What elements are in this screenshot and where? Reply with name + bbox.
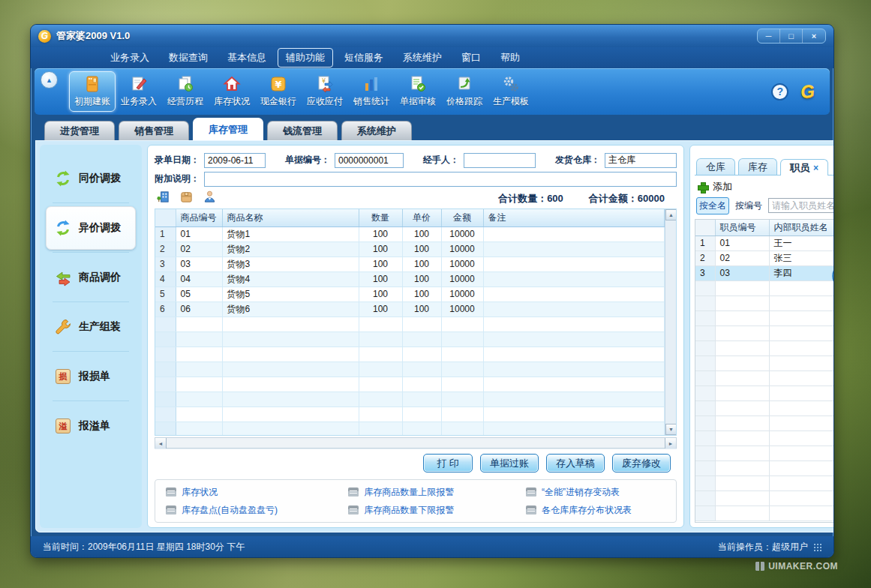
menu-item-basic-info[interactable]: 基本信息	[219, 48, 275, 68]
print-button[interactable]: 打 印	[423, 454, 473, 472]
filter-by-code[interactable]: 按编号	[733, 198, 764, 214]
link-stocktaking[interactable]: 库存盘点(自动盘盈盘亏)	[166, 504, 348, 517]
audit-icon	[408, 75, 428, 93]
toolbar-item-cash-bank[interactable]: ¥ 现金银行	[255, 71, 302, 112]
tab-system-maintenance[interactable]: 系统维护	[341, 121, 412, 140]
history-icon	[176, 75, 195, 93]
add-icon[interactable]	[698, 182, 707, 192]
report-icon	[166, 506, 176, 514]
warehouse-input[interactable]	[605, 153, 677, 168]
doc-no-input[interactable]	[335, 153, 404, 168]
close-icon[interactable]: ×	[803, 29, 825, 43]
toolbar-item-sales-stats[interactable]: 销售统计	[348, 71, 395, 112]
picker-tab-inventory[interactable]: 库存	[738, 158, 777, 175]
toolbar-item-price-tracking[interactable]: 价格跟踪	[441, 71, 488, 112]
menu-item-sms-service[interactable]: 短信服务	[336, 48, 392, 68]
sidebar-item-diff-price-transfer[interactable]: 异价调拨	[46, 206, 136, 250]
toolbar-item-document-audit[interactable]: 单据审核	[395, 71, 441, 112]
tab-inventory-management[interactable]: 库存管理	[193, 118, 263, 140]
sidebar-item-price-adjustment[interactable]: 商品调价	[46, 256, 136, 299]
sidebar-label: 生产组装	[79, 320, 121, 334]
table-row[interactable]: 101货物110010010000	[155, 226, 665, 242]
toolbar-label: 销售统计	[353, 95, 389, 108]
tab-purchase-management[interactable]: 进货管理	[44, 121, 115, 140]
report-icon	[348, 488, 359, 496]
status-current-operator: 当前操作员：超级用户	[718, 541, 808, 554]
sidebar-label: 报溢单	[79, 419, 110, 433]
tab-close-icon[interactable]: ×	[813, 163, 818, 173]
list-item[interactable]: 202张三	[695, 250, 834, 266]
menu-item-aux-functions[interactable]: 辅助功能	[278, 48, 333, 68]
menu-item-window[interactable]: 窗口	[453, 48, 489, 68]
table-row[interactable]: 303货物310010010000	[155, 256, 665, 272]
sidebar-item-production-assembly[interactable]: 生产组装	[46, 305, 136, 349]
sidebar-label: 商品调价	[79, 271, 121, 284]
save-draft-button[interactable]: 存入草稿	[546, 454, 605, 472]
scroll-down-icon[interactable]: ▼	[665, 424, 677, 435]
item-grid: 商品编号 商品名称 数量 单价 金额 备注 101货物110010010000	[155, 208, 677, 436]
table-row[interactable]: 505货物510010010000	[155, 286, 665, 302]
loss-stamp-icon: 损	[54, 368, 72, 386]
toolbar-item-receivable-payable[interactable]: ¥ 应收应付	[302, 71, 348, 112]
menu-item-data-query[interactable]: 数据查询	[161, 48, 216, 68]
list-item[interactable]: 101王一	[695, 236, 834, 250]
toolbar-item-inventory-status[interactable]: 库存状况	[209, 71, 255, 112]
toolbar-item-business-history[interactable]: 经营历程	[162, 71, 209, 112]
menu-item-business-entry[interactable]: 业务录入	[102, 48, 158, 68]
menu-item-system-maintenance[interactable]: 系统维护	[395, 48, 450, 68]
handler-input[interactable]	[464, 153, 536, 168]
filter-by-fullname[interactable]: 按全名	[696, 197, 729, 214]
collapse-toolbar-icon[interactable]: ▲	[41, 71, 58, 88]
add-label[interactable]: 添加	[713, 180, 732, 194]
tab-cashflow-management[interactable]: 钱流管理	[267, 121, 338, 140]
post-document-button[interactable]: 单据过账	[480, 454, 539, 472]
link-allpowerful-flow-report[interactable]: “全能”进销存变动表	[526, 486, 673, 499]
discard-changes-button[interactable]: 废弃修改	[612, 454, 671, 472]
minimize-icon[interactable]: ─	[758, 29, 780, 43]
resize-grip-icon[interactable]	[814, 544, 821, 551]
help-icon[interactable]: ?	[771, 83, 788, 100]
status-bar: 当前时间：2009年06月11日 星期四 18时30分 下午 当前操作员：超级用…	[31, 536, 833, 557]
sidebar-item-loss-report[interactable]: 损 报损单	[46, 355, 136, 398]
gears-icon	[501, 75, 521, 93]
pen-paper-icon	[129, 75, 149, 93]
toolbar-item-initial-setup[interactable]: 初期建账	[69, 71, 116, 112]
table-row[interactable]: 202货物210010010000	[155, 242, 665, 256]
warehouse-picker-icon[interactable]	[156, 190, 170, 207]
date-input[interactable]	[204, 153, 266, 168]
vertical-scrollbar[interactable]: ▲ ▼	[665, 209, 676, 435]
tab-sales-management[interactable]: 销售管理	[119, 121, 189, 140]
scroll-up-icon[interactable]: ▲	[665, 209, 677, 220]
scroll-right-icon[interactable]: ►	[665, 438, 676, 449]
sidebar-item-overflow-report[interactable]: 溢 报溢单	[46, 404, 136, 448]
link-warehouse-distribution-report[interactable]: 各仓库库存分布状况表	[526, 504, 673, 517]
picker-tab-staff[interactable]: 职员×	[780, 159, 828, 176]
scroll-left-icon[interactable]: ◄	[155, 438, 167, 449]
table-row[interactable]: 404货物410010010000	[155, 272, 665, 286]
goods-picker-icon[interactable]	[179, 190, 194, 207]
col-staff-name: 内部职员姓名	[769, 220, 834, 236]
brand-logo-icon: G	[800, 80, 815, 103]
list-item-selected[interactable]: 303李四	[695, 266, 834, 280]
sidebar-item-same-price-transfer[interactable]: 同价调拨	[46, 157, 136, 200]
horizontal-scrollbar[interactable]: ◄ ►	[155, 437, 677, 448]
staff-picker-icon[interactable]	[203, 190, 217, 207]
warehouse-label: 发货仓库：	[555, 154, 600, 166]
note-input[interactable]	[204, 172, 677, 187]
maximize-icon[interactable]: □	[780, 29, 803, 43]
toolbar-item-production-template[interactable]: 生产模板	[488, 71, 534, 112]
report-icon	[166, 488, 176, 496]
form-row-header: 录单日期： 单据编号： 经手人： 发货仓库：	[155, 151, 677, 170]
toolbar-label: 现金银行	[260, 95, 296, 108]
toolbar-item-business-entry[interactable]: 业务录入	[116, 71, 162, 112]
col-item-code: 商品编号	[176, 209, 222, 226]
picker-tab-warehouse[interactable]: 仓库	[696, 158, 735, 175]
menu-item-help[interactable]: 帮助	[492, 48, 528, 68]
doc-no-label: 单据编号：	[285, 154, 330, 166]
link-stock-upper-limit-alert[interactable]: 库存商品数量上限报警	[348, 486, 526, 499]
link-inventory-status[interactable]: 库存状况	[166, 486, 348, 499]
grid-header-row: 商品编号 商品名称 数量 单价 金额 备注	[155, 209, 665, 226]
staff-search-input[interactable]	[768, 198, 834, 213]
link-stock-lower-limit-alert[interactable]: 库存商品数量下限报警	[348, 504, 526, 517]
table-row[interactable]: 606货物610010010000	[155, 302, 665, 316]
